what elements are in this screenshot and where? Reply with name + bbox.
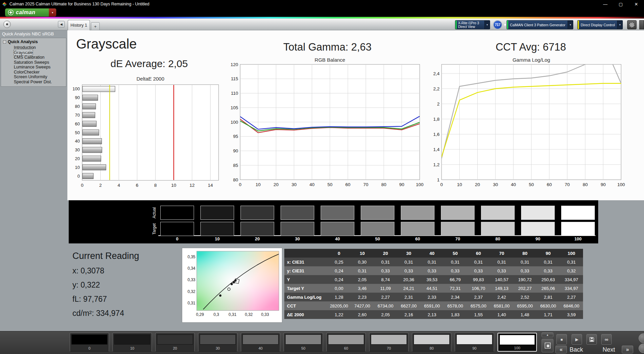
settings-gear-button[interactable] — [627, 20, 637, 29]
close-button[interactable]: ✕ — [629, 0, 644, 8]
pattern-level-button-80[interactable]: 80 — [412, 333, 451, 352]
sidebar-item-spectral-power-dist[interactable]: Spectral Power Dist. — [1, 80, 66, 85]
edge-round-button[interactable] — [639, 333, 644, 343]
pattern-generator-dropdown[interactable]: CalMAN Client 3 Pattern Generator ▼ — [507, 20, 573, 29]
pattern-level-button-40[interactable]: 40 — [241, 333, 280, 352]
svg-text:0,34: 0,34 — [188, 266, 196, 271]
table-cell: 0,33 — [537, 266, 560, 275]
save-button[interactable] — [586, 334, 597, 345]
continuous-loop-button[interactable]: ∞ — [601, 334, 612, 345]
svg-text:60: 60 — [75, 121, 80, 126]
disk-icon — [589, 337, 594, 342]
svg-text:1,2: 1,2 — [433, 162, 440, 167]
add-tab-button[interactable]: + — [91, 22, 100, 30]
tab-overflow-button[interactable] — [639, 20, 644, 29]
sidebar-item-grayscale[interactable]: Grayscale — [1, 50, 66, 55]
pattern-level-button-30[interactable]: 30 — [198, 333, 237, 352]
sidebar-item-cms-calibration[interactable]: CMS Calibration — [1, 55, 66, 60]
table-cell: 334,97 — [560, 284, 583, 293]
collapse-patch-bar-button[interactable]: ▲ — [542, 332, 553, 337]
table-cell: 0,31 — [560, 258, 583, 266]
table-cell: 0,33 — [397, 266, 420, 275]
main-panel: Grayscale dE Average: 2,05 Total Gamma: … — [67, 30, 644, 200]
collapse-sidebar-button[interactable]: ◀ — [58, 21, 65, 28]
logo-menu-arrow-icon[interactable]: ▼ — [49, 8, 56, 17]
skip-back-button[interactable]: « — [555, 346, 567, 353]
pin-button[interactable] — [3, 21, 11, 28]
row-label: Gamma Log/Log — [284, 293, 327, 301]
bottom-bar: 0102030405060708090100 ▲ ■ ▶ ∞ « Back Ne… — [0, 331, 644, 354]
table-cell: 20,36 — [397, 275, 420, 284]
table-cell: 0,33 — [490, 266, 513, 275]
table-cell: 39,53 — [420, 275, 444, 284]
pattern-level-button-10[interactable]: 10 — [112, 333, 152, 352]
table-cell: 0,24 — [327, 266, 351, 275]
play-button[interactable]: ▶ — [572, 334, 582, 345]
sidebar-item-screen-uniformity[interactable]: Screen Uniformity — [1, 75, 66, 80]
row-label: Target Y — [284, 284, 327, 293]
table-cell: 2,34 — [444, 293, 467, 301]
table-cell: 0,00 — [327, 284, 351, 293]
next-button[interactable]: Next — [603, 346, 615, 353]
back-button[interactable]: Back — [570, 346, 583, 353]
chevron-down-icon[interactable]: ▼ — [617, 21, 622, 29]
tree-collapse-toggle[interactable]: − — [3, 40, 6, 43]
tree-root-quick-analysis[interactable]: − Quick Analysis — [1, 39, 66, 45]
pattern-level-button-90[interactable]: 90 — [455, 333, 494, 352]
stop-button[interactable]: ■ — [556, 334, 567, 345]
svg-text:120: 120 — [230, 62, 238, 67]
table-row: y: CIE310,240,310,330,330,330,330,330,33… — [284, 266, 583, 275]
table-cell: 265,06 — [537, 284, 560, 293]
skip-next-button[interactable]: » — [622, 346, 633, 353]
table-cell: 2,31 — [397, 293, 420, 301]
pattern-level-button-70[interactable]: 70 — [369, 333, 409, 352]
svg-text:105: 105 — [230, 105, 238, 110]
table-cell: 2,81 — [537, 293, 560, 301]
chevron-down-icon[interactable]: ▼ — [568, 21, 573, 29]
svg-text:0: 0 — [239, 182, 242, 187]
chevron-down-icon[interactable]: ▼ — [484, 21, 490, 29]
table-cell: 0,31 — [444, 258, 467, 266]
svg-text:0,32: 0,32 — [188, 289, 196, 294]
sidebar: Quick Analysis NBC sRGB − Quick Analysis… — [0, 30, 67, 331]
meter-profile-badge[interactable]: 717 — [493, 20, 502, 29]
pattern-level-button-0[interactable]: 0 — [70, 333, 109, 352]
patch-label: 90 — [455, 346, 494, 350]
table-cell: 99,83 — [467, 275, 490, 284]
sidebar-item-saturation-sweeps[interactable]: Saturation Sweeps — [1, 60, 66, 65]
reading-x-value: x: 0,3078 — [72, 266, 104, 275]
target-swatch-80 — [481, 222, 515, 236]
calman-menu-button[interactable]: calman ▼ — [5, 8, 56, 17]
svg-text:0,33: 0,33 — [188, 277, 196, 282]
patch-label: 30 — [198, 346, 237, 350]
level-label-10: 10 — [200, 236, 234, 241]
minimize-button[interactable]: — — [598, 0, 613, 8]
pattern-level-button-100[interactable]: 100 — [497, 333, 537, 352]
pattern-level-button-20[interactable]: 20 — [155, 333, 195, 352]
table-row: Target Y0,003,4611,0924,2144,5172,31106,… — [284, 284, 583, 293]
target-swatch-20 — [240, 222, 274, 236]
svg-text:50: 50 — [75, 130, 80, 135]
sidebar-item-colorchecker[interactable]: ColorChecker — [1, 70, 66, 75]
pattern-level-button-60[interactable]: 60 — [326, 333, 366, 352]
table-cell: 1,71 — [537, 310, 560, 319]
svg-text:1,8: 1,8 — [433, 117, 440, 122]
pattern-level-button-50[interactable]: 50 — [284, 333, 323, 352]
maximize-button[interactable]: ▢ — [613, 0, 629, 8]
tab-history-1[interactable]: History 1 — [68, 20, 90, 30]
svg-text:80: 80 — [233, 177, 238, 182]
svg-text:100: 100 — [617, 182, 625, 187]
svg-text:4: 4 — [118, 183, 120, 188]
table-col-header: 80 — [513, 249, 537, 258]
display-control-dropdown[interactable]: Direct Display Control ▼ — [577, 20, 623, 29]
meter-dropdown[interactable]: X-Rite i1Pro 3 Direct View ▼ — [455, 20, 490, 29]
edge-round-button[interactable] — [639, 344, 644, 353]
table-cell: 24,21 — [397, 284, 420, 293]
page-title: Grayscale — [76, 36, 137, 52]
sidebar-item-introduction[interactable]: Introduction — [1, 45, 66, 50]
actual-swatch-70 — [441, 206, 475, 220]
level-label-70: 70 — [441, 236, 475, 241]
pattern-window-button[interactable] — [542, 339, 553, 352]
sidebar-item-luminance-sweeps[interactable]: Luminance Sweeps — [1, 65, 66, 70]
workflow-tree: − Quick Analysis IntroductionGrayscaleCM… — [1, 38, 66, 87]
